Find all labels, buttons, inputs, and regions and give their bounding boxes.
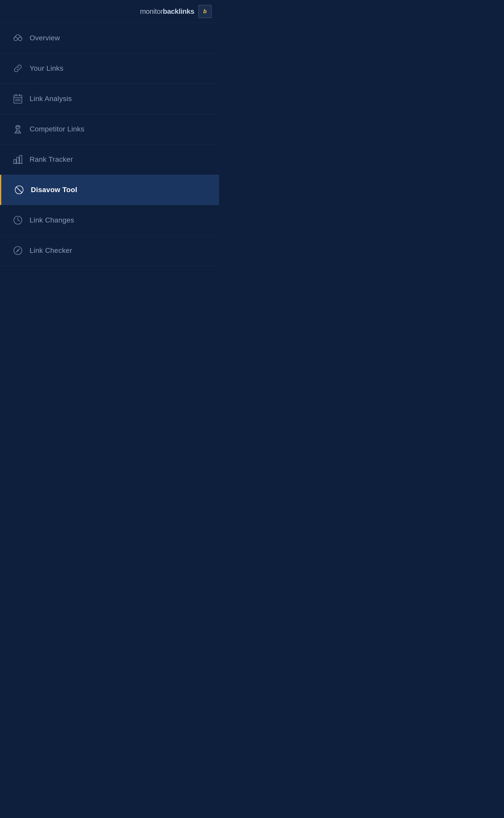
- sidebar-item-label-your-links: Your Links: [30, 64, 63, 72]
- calendar-icon: [10, 93, 25, 104]
- svg-line-16: [16, 187, 22, 193]
- logo-icon[interactable]: b: [198, 5, 212, 18]
- svg-rect-13: [20, 155, 22, 163]
- sidebar-nav: Overview Your Links: [0, 23, 219, 266]
- bar-chart-icon: [10, 154, 25, 165]
- header: monitorbacklinks b: [0, 0, 219, 23]
- sidebar-item-label-link-checker: Link Checker: [30, 247, 72, 255]
- clock-icon: [10, 215, 25, 226]
- chess-icon: [10, 124, 25, 134]
- link-icon: [10, 63, 25, 74]
- glasses-icon: [10, 33, 25, 43]
- sidebar-item-label-overview: Overview: [30, 34, 60, 42]
- sidebar-item-label-link-analysis: Link Analysis: [30, 95, 72, 103]
- sidebar-item-link-checker[interactable]: Link Checker: [0, 236, 219, 266]
- sidebar-item-label-rank-tracker: Rank Tracker: [30, 155, 73, 163]
- sidebar-item-your-links[interactable]: Your Links: [0, 53, 219, 84]
- sidebar-item-overview[interactable]: Overview: [0, 23, 219, 53]
- sidebar-item-rank-tracker[interactable]: Rank Tracker: [0, 144, 219, 175]
- sidebar-item-link-changes[interactable]: Link Changes: [0, 205, 219, 236]
- sidebar-item-label-link-changes: Link Changes: [30, 216, 74, 224]
- sidebar-item-label-disavow-tool: Disavow Tool: [31, 186, 77, 194]
- disavow-icon: [11, 184, 27, 195]
- svg-rect-12: [17, 157, 19, 163]
- compass-icon: [10, 245, 25, 256]
- logo-text: monitorbacklinks: [140, 7, 194, 16]
- sidebar-item-disavow-tool[interactable]: Disavow Tool: [0, 175, 219, 205]
- sidebar-item-competitor-links[interactable]: Competitor Links: [0, 114, 219, 144]
- sidebar-item-link-analysis[interactable]: Link Analysis: [0, 84, 219, 114]
- svg-point-20: [17, 250, 18, 251]
- sidebar-item-label-competitor-links: Competitor Links: [30, 125, 84, 133]
- svg-rect-11: [14, 159, 16, 163]
